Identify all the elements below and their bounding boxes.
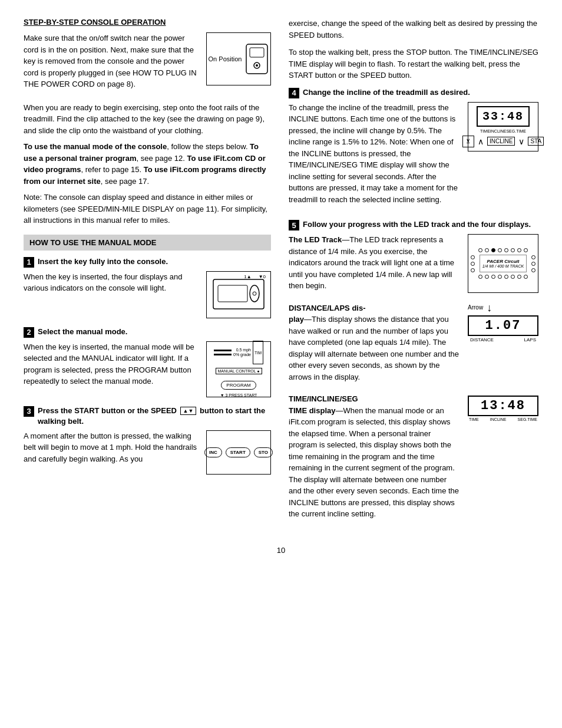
manual-diagram: 0.5 mph 0% grade TIM MANUAL CONTROL ● PR… <box>206 341 271 397</box>
time-text-col: TIME/INCLINE/SEG TIME display—When the m… <box>289 393 461 525</box>
svg-rect-0 <box>246 44 267 74</box>
intro-para-1: Make sure that the on/off switch near th… <box>24 32 197 90</box>
led-right-2 <box>531 262 535 266</box>
right-intro-1: exercise, change the speed of the walkin… <box>289 18 538 41</box>
key-label-1: 1▲ <box>244 274 251 279</box>
step-4-para: To change the incline of the treadmill, … <box>289 102 461 206</box>
led-bottom-row <box>478 275 528 279</box>
intro-para-4: Note: The console can display speed and … <box>24 192 271 226</box>
console-svg <box>245 43 269 75</box>
distance-section: DISTANCE/LAPS dis- play—This display sho… <box>289 302 538 388</box>
led-track-section: The LED Track—The LED track represents a… <box>289 234 538 297</box>
incline-icon-down: ∨ <box>517 137 525 146</box>
svg-rect-1 <box>250 48 264 57</box>
sto-btn: STO <box>254 447 273 457</box>
manual-control-label: MANUAL CONTROL ● <box>216 368 262 374</box>
distance-display: Arrow ↓ 1.07 DISTANCE LAPS <box>468 302 538 388</box>
distance-subtitle: DISTANCE/LAPS dis- <box>289 304 366 312</box>
step-3-text: A moment after the button is pressed, th… <box>24 430 199 475</box>
step-4-content: To change the incline of the treadmill, … <box>289 102 538 210</box>
time-label-incline: INCLINE <box>490 417 507 421</box>
time-text-rest: —When the manual mode or an iFit.com pro… <box>289 406 459 519</box>
step-2-block: 2 Select the manual mode. When the key i… <box>24 327 271 397</box>
led-dot-3 <box>491 248 495 252</box>
time-labels: TIME INCLINE SEG.TIME <box>468 417 538 421</box>
right-intro-2: To stop the walking belt, press the STOP… <box>289 47 538 81</box>
distance-subtitle2: play <box>289 315 304 324</box>
time-content: TIME/INCLINE/SEG TIME display—When the m… <box>289 393 538 525</box>
incline-lcd: 33:48 <box>477 106 530 127</box>
start-btn: START <box>226 447 250 457</box>
diagram-inner: On Position <box>209 43 269 75</box>
led-bot-7 <box>517 275 521 279</box>
incline-display: 33:48 TIME INCLINE SEG.TIME ⊻ ∧ INCLINE … <box>468 102 538 210</box>
time-para: TIME/INCLINE/SEG TIME display—When the m… <box>289 393 461 520</box>
manual-top: 0.5 mph 0% grade TIM <box>214 341 263 364</box>
incline-lcd-labels: TIME INCLINE SEG.TIME <box>480 129 526 133</box>
step-2-content: When the key is inserted, the manual mod… <box>24 341 271 397</box>
incline-diagram-box: 33:48 TIME INCLINE SEG.TIME ⊻ ∧ INCLINE … <box>468 102 538 151</box>
led-center-box: PACER Circuit 1/4 MI / 400 M TRACK <box>480 255 527 272</box>
diagram-text-block: On Position <box>209 55 242 62</box>
intro-text-1: Make sure that the on/off switch near th… <box>24 32 197 95</box>
page-number: 10 <box>24 546 538 555</box>
incline-icon: ∧ <box>477 137 485 146</box>
led-bot-5 <box>504 275 508 279</box>
svg-point-6 <box>250 285 259 302</box>
led-left-2 <box>471 262 475 266</box>
step-2-title: Select the manual mode. <box>38 327 127 337</box>
led-bot-8 <box>524 275 528 279</box>
distance-lcd: 1.07 <box>468 315 538 336</box>
incline-btn-left[interactable]: ⊻ <box>462 136 474 147</box>
step-3-block: 3 Press the START button or the SPEED ▲▼… <box>24 406 271 475</box>
intro-rest-4: , see page 17. <box>101 177 149 186</box>
intro-para-3: To use the manual mode of the console, f… <box>24 141 271 187</box>
step-3-header: 3 Press the START button or the SPEED ▲▼… <box>24 406 271 427</box>
led-right-1 <box>531 255 535 259</box>
distance-top: Arrow ↓ <box>468 302 538 313</box>
speed-labels: 0.5 mph 0% grade <box>233 348 251 358</box>
step-1-text: When the key is inserted, the four displ… <box>24 271 199 318</box>
incline-label-segtime: SEG.TIME <box>506 129 525 133</box>
led-dot-7 <box>517 248 521 252</box>
distance-labels: DISTANCE LAPS <box>468 337 538 342</box>
step-4-block: 4 Change the incline of the treadmill as… <box>289 87 538 210</box>
led-track-subtitle: The LED Track <box>289 235 342 244</box>
on-position-diagram: On Position <box>206 32 271 85</box>
incline-label-time: TIME <box>480 129 490 133</box>
section-title: STEP-BY-STEP CONSOLE OPERATION <box>24 18 271 27</box>
intro-rest-3: , refer to page 15. <box>81 165 144 174</box>
step-4-text: To change the incline of the treadmill, … <box>289 102 461 210</box>
press-start-label: ▼ 3 PRESS START <box>220 393 257 397</box>
led-bot-1 <box>478 275 482 279</box>
manual-bars <box>214 350 232 355</box>
distance-text-col: DISTANCE/LAPS dis- play—This display sho… <box>289 302 461 388</box>
bar2 <box>214 354 232 355</box>
bar1 <box>214 350 232 351</box>
incline-buttons: ⊻ ∧ INCLINE ∨ STA <box>462 136 544 147</box>
arrow-label: Arrow <box>468 304 483 311</box>
manual-mode-header: HOW TO USE THE MANUAL MODE <box>24 235 271 251</box>
led-top-row <box>478 248 528 252</box>
start-diagram: INC START STO <box>206 430 271 475</box>
incline-label-incline: INCLINE <box>490 129 507 133</box>
key-diagram-labels: 1▲ ▼0 <box>244 274 266 279</box>
step-5-header: 5 Follow your progress with the LED trac… <box>289 219 538 230</box>
key-label-2: ▼0 <box>259 274 266 279</box>
step-1-header: 1 Insert the key fully into the console. <box>24 256 271 268</box>
step-3-content: A moment after the button is pressed, th… <box>24 430 271 475</box>
step-1-num: 1 <box>24 257 34 268</box>
led-left-col <box>471 255 475 272</box>
led-bot-3 <box>491 275 495 279</box>
led-bot-2 <box>485 275 489 279</box>
distance-text-rest: —This display shows the distance that yo… <box>289 315 459 381</box>
svg-rect-5 <box>218 285 247 302</box>
step-3-speed-icon: ▲▼ <box>180 407 197 416</box>
led-dot-5 <box>504 248 508 252</box>
pacer-label: PACER Circuit <box>487 259 520 264</box>
step-5-block: 5 Follow your progress with the LED trac… <box>289 219 538 525</box>
distance-content: DISTANCE/LAPS dis- play—This display sho… <box>289 302 538 388</box>
time-label-time: TIME <box>469 417 479 421</box>
program-button-diagram: PROGRAM <box>221 381 256 390</box>
led-track-inner: PACER Circuit 1/4 MI / 400 M TRACK <box>471 247 535 280</box>
